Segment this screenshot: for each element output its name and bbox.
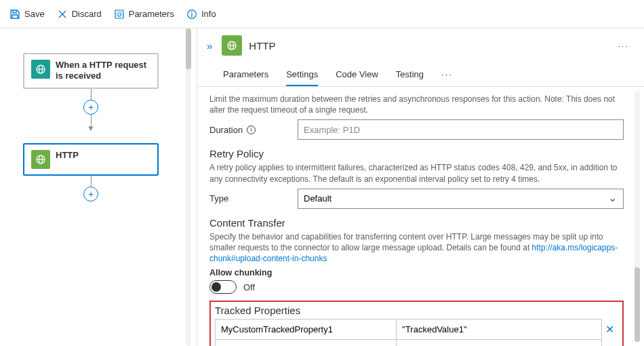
retry-heading: Retry Policy <box>209 148 624 159</box>
allow-chunking-toggle[interactable] <box>209 280 237 294</box>
http-action-icon <box>222 35 242 56</box>
main-area: When a HTTP request is received + ▼ HTTP… <box>0 28 644 346</box>
discard-label: Discard <box>72 9 102 19</box>
http-request-icon <box>31 60 50 79</box>
tab-overflow[interactable]: ··· <box>441 65 453 86</box>
svg-rect-4 <box>191 14 192 17</box>
designer-canvas[interactable]: When a HTTP request is received + ▼ HTTP… <box>0 28 197 346</box>
transfer-help-text: Specify the behavior and capabilities fo… <box>209 231 624 265</box>
svg-text:@: @ <box>116 11 122 18</box>
tracked-key-input-new[interactable] <box>216 341 396 346</box>
panel-title: HTTP <box>249 40 275 52</box>
allow-chunking-label: Allow chunking <box>209 268 624 277</box>
save-label: Save <box>24 9 45 19</box>
discard-button[interactable]: Discard <box>57 9 102 20</box>
tab-testing[interactable]: Testing <box>396 65 424 86</box>
tracked-value-input-new[interactable] <box>397 341 601 346</box>
tracked-key-input[interactable] <box>216 320 396 339</box>
tracked-row-new <box>216 340 618 346</box>
save-icon <box>9 9 20 20</box>
info-label: Info <box>201 9 216 19</box>
duration-label-text: Duration <box>209 125 243 135</box>
info-icon[interactable]: i <box>247 126 256 134</box>
action-title: HTTP <box>56 150 79 161</box>
transfer-heading: Content Transfer <box>209 217 624 229</box>
tab-settings[interactable]: Settings <box>286 65 318 86</box>
duration-label: Duration i <box>209 125 298 135</box>
tracked-value-input[interactable] <box>397 320 601 339</box>
tracked-row: ✕ <box>216 320 618 340</box>
allow-chunking-state: Off <box>243 282 255 292</box>
action-settings-panel: » HTTP ··· Parameters Settings Code View… <box>197 28 644 346</box>
retry-help-text: A retry policy applies to intermittent f… <box>209 162 624 184</box>
save-button[interactable]: Save <box>9 9 45 20</box>
tracked-heading: Tracked Properties <box>215 305 618 316</box>
command-bar: Save Discard @ Parameters Info <box>0 0 644 28</box>
parameters-button[interactable]: @ Parameters <box>114 9 174 20</box>
retry-type-select[interactable]: Default <box>298 189 624 209</box>
panel-tabs: Parameters Settings Code View Testing ··… <box>197 60 644 87</box>
tab-parameters[interactable]: Parameters <box>223 65 268 86</box>
connector-end: + <box>23 176 159 201</box>
parameters-icon: @ <box>114 9 125 20</box>
duration-help-text: Limit the maximum duration between the r… <box>209 94 624 115</box>
info-button[interactable]: Info <box>186 9 216 20</box>
arrow-down-icon: ▼ <box>87 126 95 131</box>
discard-icon <box>57 9 68 20</box>
trigger-title: When a HTTP request is received <box>56 60 150 82</box>
trigger-node[interactable]: When a HTTP request is received <box>23 53 159 89</box>
svg-point-3 <box>191 12 193 13</box>
parameters-label: Parameters <box>129 9 174 19</box>
http-action-icon <box>31 150 50 169</box>
info-icon <box>186 9 197 20</box>
add-step-button[interactable]: + <box>83 100 98 115</box>
tracked-row-delete[interactable]: ✕ <box>602 320 618 340</box>
collapse-panel-button[interactable]: » <box>204 39 215 53</box>
add-step-button-end[interactable]: + <box>83 187 98 201</box>
action-node-http[interactable]: HTTP <box>23 143 159 176</box>
tab-code-view[interactable]: Code View <box>336 65 378 86</box>
retry-type-label: Type <box>209 193 298 204</box>
tracked-properties-table: ✕ <box>215 319 618 346</box>
connector: + ▼ <box>23 89 159 131</box>
panel-overflow-menu[interactable]: ··· <box>613 39 633 52</box>
panel-scrollbar[interactable] <box>635 91 640 342</box>
tracked-properties-section: Tracked Properties ✕ <box>209 301 624 346</box>
canvas-scrollbar[interactable] <box>186 28 191 346</box>
duration-input[interactable] <box>298 119 624 140</box>
